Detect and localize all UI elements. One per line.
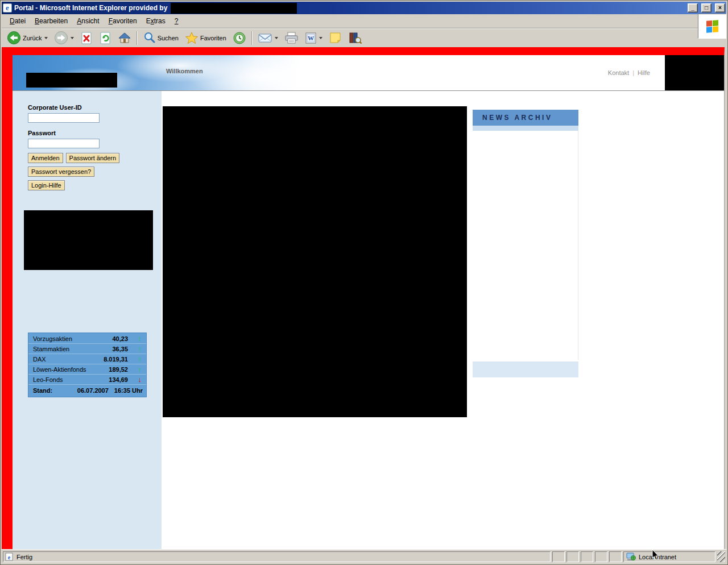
ticker-value: 40,23 <box>92 335 128 342</box>
arrow-up-icon: ↑ <box>128 355 143 363</box>
favorites-button[interactable]: Favoriten <box>182 30 229 46</box>
close-button[interactable]: × <box>715 3 725 13</box>
password-field[interactable] <box>28 139 100 148</box>
forward-icon <box>54 31 68 45</box>
print-button[interactable] <box>282 30 301 46</box>
redacted-sidebar-box <box>24 210 153 270</box>
news-archive-box: NEWS ARCHIV <box>473 110 578 377</box>
back-label: Zurück <box>23 35 42 41</box>
history-icon <box>233 31 246 45</box>
edit-dropdown-icon[interactable] <box>319 37 322 39</box>
search-label: Suchen <box>158 35 179 41</box>
site-header: Willkommen Kontakt | Hilfe <box>13 55 724 91</box>
menu-item-ansicht[interactable]: Ansicht <box>72 15 104 27</box>
refresh-icon <box>99 31 111 45</box>
discuss-note-button[interactable] <box>326 30 345 46</box>
local-intranet-icon <box>626 552 636 561</box>
stand-label: Stand: <box>33 387 72 394</box>
main-area: NEWS ARCHIV <box>162 91 724 549</box>
kontakt-link[interactable]: Kontakt <box>608 69 629 76</box>
search-button[interactable]: Suchen <box>140 30 181 46</box>
edit-word-icon: W <box>305 32 317 44</box>
login-sidebar: Corporate User-ID Passwort Anmelden Pass… <box>13 91 162 549</box>
welcome-text: Willkommen <box>166 68 203 74</box>
arrow-up-icon: ↑ <box>128 344 143 353</box>
ie-page-icon: e <box>5 552 14 561</box>
passwort-vergessen-button[interactable]: Passwort vergessen? <box>28 167 94 177</box>
edit-with-word-button[interactable]: W <box>302 30 325 46</box>
page-content: Willkommen Kontakt | Hilfe Corporate Use… <box>2 47 725 549</box>
maximize-button[interactable]: □ <box>701 3 712 13</box>
login-hilfe-button[interactable]: Login-Hilfe <box>28 180 65 190</box>
news-archive-title[interactable]: NEWS ARCHIV <box>473 110 578 126</box>
home-icon <box>118 31 131 45</box>
ticker-value: 134,69 <box>92 376 128 383</box>
menu-item-?[interactable]: ? <box>170 15 183 27</box>
user-id-label: Corporate User-ID <box>28 104 162 111</box>
ie-logo-icon: e <box>3 3 12 13</box>
ticker-stand-row: Stand: 06.07.2007 16:35 Uhr <box>28 385 146 396</box>
toolbar-separator <box>136 31 138 45</box>
status-bar: e Fertig Local intranet <box>2 549 726 563</box>
svg-text:e: e <box>8 554 11 560</box>
print-icon <box>284 31 299 44</box>
status-mini-pane <box>609 551 622 562</box>
menu-item-extras[interactable]: Extras <box>142 15 170 27</box>
status-pane: e Fertig <box>3 551 551 562</box>
mail-dropdown-icon[interactable] <box>275 37 278 39</box>
mail-icon <box>258 32 272 44</box>
home-button[interactable] <box>115 30 134 47</box>
title-bar[interactable]: e Portal - Microsoft Internet Explorer p… <box>2 2 726 14</box>
history-button[interactable] <box>230 30 249 47</box>
menu-item-datei[interactable]: Datei <box>5 15 30 27</box>
back-icon <box>7 31 21 45</box>
research-button[interactable] <box>345 30 365 47</box>
arrow-up-icon: ↑ <box>128 334 143 343</box>
ticker-row: DAX8.019,31↑ <box>28 354 146 364</box>
password-label: Passwort <box>28 130 162 136</box>
ie-throbber-panel <box>698 14 726 39</box>
ticker-label: Stammaktien <box>33 346 92 352</box>
menu-item-favoriten[interactable]: Favoriten <box>104 15 142 27</box>
link-separator: | <box>632 69 634 76</box>
status-mini-pane <box>566 551 579 562</box>
passwort-aendern-button[interactable]: Passwort ändern <box>66 153 120 163</box>
note-icon <box>329 31 342 44</box>
news-archive-footer <box>473 362 578 377</box>
status-mini-pane <box>552 551 565 562</box>
status-mini-pane <box>595 551 607 562</box>
ticker-label: Vorzugsaktien <box>33 335 92 342</box>
ticker-row: Löwen-Aktienfonds189,52↑ <box>28 364 146 375</box>
minimize-button[interactable]: _ <box>688 3 698 13</box>
research-icon <box>348 31 362 45</box>
user-id-field[interactable] <box>28 113 100 123</box>
refresh-button[interactable] <box>96 30 114 47</box>
back-button[interactable]: Zurück <box>4 29 51 47</box>
resize-grip[interactable] <box>717 551 725 562</box>
ticker-label: Leo-Fonds <box>33 376 92 383</box>
stop-button[interactable] <box>77 30 96 47</box>
ticker-value: 36,35 <box>92 346 128 352</box>
forward-button[interactable] <box>51 29 77 47</box>
ticker-label: DAX <box>33 356 92 363</box>
menu-item-bearbeiten[interactable]: Bearbeiten <box>30 15 72 27</box>
anmelden-button[interactable]: Anmelden <box>28 153 63 163</box>
mail-button[interactable] <box>255 30 281 46</box>
back-dropdown-icon[interactable] <box>44 37 48 39</box>
windows-flag-icon <box>706 20 718 32</box>
redacted-corner-box <box>665 55 724 90</box>
toolbar-separator <box>251 31 253 45</box>
ticker-row: Vorzugsaktien40,23↑ <box>28 334 146 344</box>
stop-icon <box>80 31 93 45</box>
menu-bar: DateiBearbeitenAnsichtFavoritenExtras? <box>2 14 726 28</box>
arrow-up-icon: ↑ <box>128 365 143 373</box>
hilfe-link[interactable]: Hilfe <box>638 69 650 76</box>
redacted-main-box <box>163 106 467 417</box>
forward-dropdown-icon[interactable] <box>71 37 74 39</box>
browser-window: e Portal - Microsoft Internet Explorer p… <box>0 0 728 565</box>
arrow-down-icon: ↓ <box>128 375 143 384</box>
header-links: Kontakt | Hilfe <box>608 69 650 76</box>
ticker-row: Leo-Fonds134,69↓ <box>28 375 146 385</box>
news-archive-body <box>473 131 578 360</box>
stand-date: 06.07.2007 <box>77 387 109 394</box>
